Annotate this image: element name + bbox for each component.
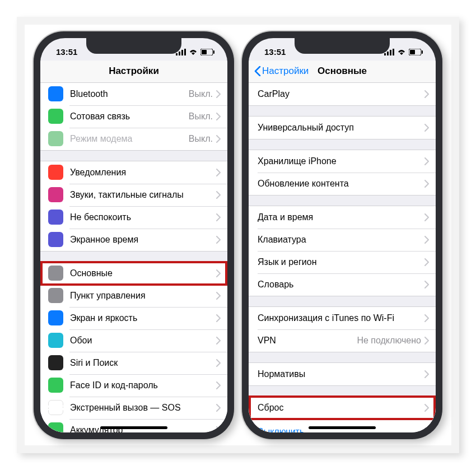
chevron-right-icon <box>216 292 221 300</box>
settings-group: ОсновныеПункт управленияЭкран и яркостьО… <box>40 262 227 432</box>
row-label: Синхронизация с iTunes по Wi-Fi <box>258 313 424 323</box>
dnd-icon <box>48 210 63 225</box>
settings-row[interactable]: Обои <box>40 329 227 352</box>
settings-row[interactable]: Звуки, тактильные сигналы <box>40 184 227 206</box>
chevron-right-icon <box>424 124 429 132</box>
chevron-right-icon <box>216 213 221 221</box>
faceid-icon <box>48 378 63 393</box>
settings-row[interactable]: Пункт управления <box>40 285 227 307</box>
settings-list-left[interactable]: BluetoothВыкл.Сотовая связьВыкл.Режим мо… <box>40 83 227 432</box>
back-label: Настройки <box>262 66 309 77</box>
chevron-right-icon <box>424 258 429 266</box>
hotspot-icon <box>48 131 63 146</box>
chevron-right-icon <box>216 236 221 244</box>
settings-row[interactable]: Режим модемаВыкл. <box>40 128 227 150</box>
row-label: Face ID и код-пароль <box>70 380 216 390</box>
page-title: Основные <box>318 66 367 77</box>
settings-row[interactable]: Универсальный доступ <box>249 117 436 139</box>
row-label: Режим модема <box>70 134 189 144</box>
row-label: Дата и время <box>258 212 424 222</box>
settings-group: УведомленияЗвуки, тактильные сигналыНе б… <box>40 161 227 252</box>
chevron-right-icon <box>424 236 429 244</box>
settings-row[interactable]: Синхронизация с iTunes по Wi-Fi <box>249 307 436 329</box>
settings-row[interactable]: BluetoothВыкл. <box>40 83 227 105</box>
wifi-icon <box>189 49 198 55</box>
settings-row[interactable]: Face ID и код-пароль <box>40 374 227 397</box>
row-value: Выкл. <box>189 134 213 144</box>
settings-row[interactable]: Экран и яркость <box>40 307 227 329</box>
settings-row[interactable]: VPNНе подключено <box>249 329 436 352</box>
sos-icon: SOS <box>48 400 63 415</box>
settings-row[interactable]: Сброс <box>249 397 436 419</box>
settings-row[interactable]: Клавиатура <box>249 229 436 251</box>
chevron-right-icon <box>424 370 429 378</box>
settings-row[interactable]: Обновление контента <box>249 173 436 195</box>
status-time: 13:51 <box>264 47 286 57</box>
settings-row[interactable]: CarPlay <box>249 83 436 105</box>
screentime-icon <box>48 232 63 247</box>
settings-row[interactable]: Нормативы <box>249 363 436 385</box>
status-time: 13:51 <box>56 47 77 57</box>
chevron-right-icon <box>424 180 429 188</box>
settings-row[interactable]: Основные <box>40 262 227 285</box>
row-label: Bluetooth <box>70 89 189 99</box>
row-label: Siri и Поиск <box>70 358 216 368</box>
display-icon <box>48 310 63 325</box>
row-label: Звуки, тактильные сигналы <box>70 190 216 200</box>
navbar-right: Настройки Основные <box>249 61 436 83</box>
settings-row[interactable]: Уведомления <box>40 161 227 184</box>
svg-rect-1 <box>179 52 180 55</box>
settings-group: BluetoothВыкл.Сотовая связьВыкл.Режим мо… <box>40 83 227 151</box>
settings-row[interactable]: Язык и регион <box>249 251 436 273</box>
row-label: Экран и яркость <box>70 313 216 323</box>
chevron-right-icon <box>216 169 221 176</box>
settings-row[interactable]: Хранилище iPhone <box>249 150 436 173</box>
battery-icon <box>409 49 423 55</box>
phone-left: 13:51 Настройки BluetoothВыкл.Сотовая св… <box>34 31 234 439</box>
row-label: Пункт управления <box>70 291 216 301</box>
row-label: VPN <box>258 336 357 346</box>
settings-row[interactable]: Аккумулятор <box>40 419 227 432</box>
row-label: Уведомления <box>70 167 216 178</box>
row-label: Экстренный вызов — SOS <box>70 403 216 413</box>
row-label: Сброс <box>258 403 424 413</box>
back-button[interactable]: Настройки <box>254 66 309 77</box>
notch-icon <box>295 38 390 54</box>
navbar-left: Настройки <box>40 61 227 83</box>
row-label: CarPlay <box>258 89 424 99</box>
chevron-right-icon <box>216 359 221 367</box>
battery-icon <box>200 49 215 55</box>
row-label: Обновление контента <box>258 179 424 189</box>
settings-row[interactable]: SOSЭкстренный вызов — SOS <box>40 397 227 419</box>
chevron-right-icon <box>216 426 221 432</box>
svg-rect-5 <box>213 50 214 54</box>
svg-rect-3 <box>184 49 186 55</box>
settings-row[interactable]: Дата и время <box>249 206 436 229</box>
settings-row[interactable]: Siri и Поиск <box>40 352 227 374</box>
siri-icon <box>48 355 63 370</box>
settings-row[interactable]: Не беспокоить <box>40 206 227 229</box>
status-icons <box>176 49 215 55</box>
chevron-right-icon <box>424 314 429 322</box>
row-value: Выкл. <box>189 89 213 99</box>
home-indicator <box>100 426 167 429</box>
svg-rect-2 <box>181 50 183 55</box>
chevron-right-icon <box>216 314 221 322</box>
settings-row[interactable]: Сотовая связьВыкл. <box>40 105 227 128</box>
general-icon <box>48 266 63 281</box>
row-label: Клавиатура <box>258 235 424 245</box>
settings-group: Синхронизация с iTunes по Wi-FiVPNНе под… <box>249 306 436 352</box>
row-label: Словарь <box>258 280 424 290</box>
chevron-right-icon <box>424 213 429 221</box>
chevron-right-icon <box>424 281 429 288</box>
settings-list-right[interactable]: CarPlayУниверсальный доступХранилище iPh… <box>249 83 436 432</box>
notifications-icon <box>48 165 63 180</box>
chevron-right-icon <box>216 113 221 120</box>
settings-row[interactable]: Словарь <box>249 273 436 296</box>
page-title: Настройки <box>109 66 159 77</box>
row-label: Экранное время <box>70 235 216 245</box>
settings-row[interactable]: Экранное время <box>40 229 227 251</box>
notch-icon <box>86 38 181 54</box>
svg-rect-7 <box>384 53 386 55</box>
svg-rect-0 <box>176 53 178 55</box>
